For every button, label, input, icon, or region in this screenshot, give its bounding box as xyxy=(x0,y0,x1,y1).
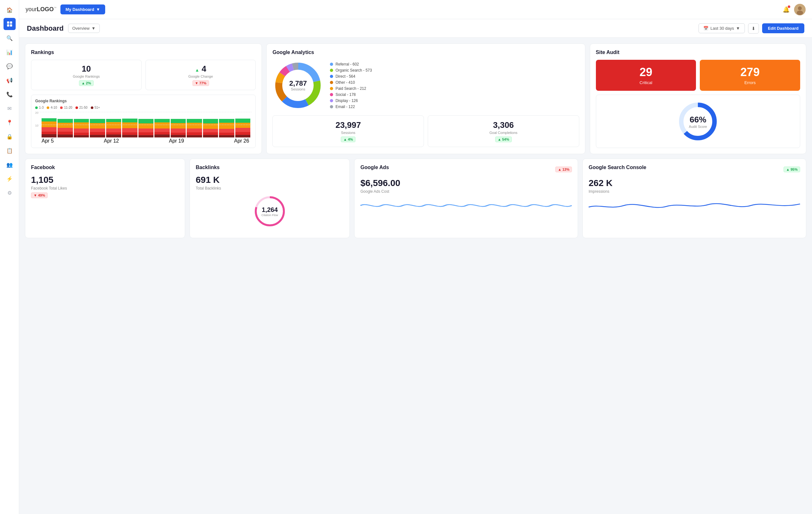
page-header-right: 📅 Last 30 days ▼ ⬇ Edit Dashboard xyxy=(698,23,804,34)
overview-label: Overview xyxy=(72,26,89,31)
analytics-donut-num: 2,787 xyxy=(289,80,307,87)
google-change-label: Google Change xyxy=(150,75,252,78)
notification-dot xyxy=(788,5,790,8)
score-donut: 66% Audit Score xyxy=(677,101,719,142)
google-change-stat: ▲ 4 Google Change ▼ 77% xyxy=(145,60,256,90)
google-ads-wave xyxy=(360,198,572,215)
analytics-donut-sub: Sessions xyxy=(289,87,307,91)
legend-1-3: 1-3 xyxy=(35,106,44,109)
citation-flow-donut-wrap: 1,264 Citation Flow xyxy=(196,191,344,232)
rankings-title: Rankings xyxy=(31,50,256,55)
logo: yourLOGO™ xyxy=(26,6,57,13)
audit-critical-num: 29 xyxy=(602,65,691,79)
backlinks-total-num: 691 K xyxy=(196,175,344,185)
backlinks-card: Backlinks 691 K Total Backlinks 1,264 Ci… xyxy=(190,159,350,238)
analytics-card: Google Analytics xyxy=(266,44,585,154)
google-ads-top: Google Ads ▲ 13% xyxy=(360,165,572,175)
x-label-apr19: Apr 19 xyxy=(169,138,184,144)
score-num: 66% xyxy=(689,114,707,124)
google-ads-cost: $6,596.00 xyxy=(360,178,572,188)
rankings-chart-title: Google Rankings xyxy=(35,99,252,103)
page-title: Dashboard xyxy=(27,24,64,33)
facebook-card: Facebook 1,105 Facebook Total Likes ▼ 49… xyxy=(25,159,185,238)
facebook-likes-num: 1,105 xyxy=(31,175,179,185)
site-audit-card: Site Audit 29 Critical 279 Errors xyxy=(590,44,806,154)
backlinks-total-label: Total Backlinks xyxy=(196,186,344,191)
sidebar-icon-lock[interactable]: 🔒 xyxy=(3,131,16,143)
google-change-num: ▲ 4 xyxy=(150,64,252,74)
legend-display: Display - 126 xyxy=(330,98,372,103)
goals-stat: 3,306 Goal Completions ▲ 54% xyxy=(428,115,579,147)
avatar[interactable] xyxy=(794,4,806,15)
google-rankings-num: 10 xyxy=(35,64,138,74)
my-dashboard-button[interactable]: My Dashboard ▼ xyxy=(60,4,105,15)
legend-51plus: 51+ xyxy=(91,106,100,109)
page-header-left: Dashboard Overview ▼ xyxy=(27,24,100,33)
page-header: Dashboard Overview ▼ 📅 Last 30 days ▼ ⬇ … xyxy=(19,19,812,38)
sidebar-icon-settings[interactable]: ⚙ xyxy=(3,187,16,199)
top-nav: yourLOGO™ My Dashboard ▼ 🔔 xyxy=(19,0,812,19)
sidebar-icon-search[interactable]: 🔍 xyxy=(3,32,16,44)
rankings-chart-section: Google Rankings 1-3 4-10 11-20 21-50 51+ xyxy=(31,95,256,148)
audit-critical: 29 Critical xyxy=(596,60,696,91)
score-center: 66% Audit Score xyxy=(689,114,707,128)
analytics-donut-row: 2,787 Sessions Referral - 602 Organic Se… xyxy=(272,60,579,111)
sidebar-icon-reports[interactable]: 📋 xyxy=(3,144,16,156)
facebook-title: Facebook xyxy=(31,165,179,170)
sidebar-icon-home[interactable]: 🏠 xyxy=(3,4,16,16)
audit-errors-label: Errors xyxy=(705,80,794,85)
audit-score: 66% Audit Score xyxy=(596,95,800,148)
legend-referral: Referral - 602 xyxy=(330,62,372,66)
legend-email: Email - 122 xyxy=(330,105,372,109)
sidebar-icon-campaigns[interactable]: 📢 xyxy=(3,74,16,86)
google-ads-cost-label: Google Ads Cost xyxy=(360,189,572,194)
svg-rect-3 xyxy=(10,24,12,27)
sessions-label: Sessions xyxy=(277,131,419,135)
rankings-bar-chart xyxy=(35,112,252,138)
goals-num: 3,306 xyxy=(433,120,575,130)
overview-arrow-icon: ▼ xyxy=(91,26,95,31)
sidebar-icon-location[interactable]: 📍 xyxy=(3,116,16,128)
audit-top: 29 Critical 279 Errors xyxy=(596,60,800,91)
sidebar-icon-email[interactable]: ✉ xyxy=(3,102,16,114)
svg-rect-0 xyxy=(7,22,9,24)
sidebar-icon-integrations[interactable]: ⚡ xyxy=(3,173,16,185)
facebook-badge: ▼ 49% xyxy=(31,193,48,198)
sidebar-icon-analytics[interactable]: 📊 xyxy=(3,46,16,58)
dropdown-arrow-icon: ▼ xyxy=(96,7,100,12)
top-nav-left: yourLOGO™ My Dashboard ▼ xyxy=(26,4,105,15)
notification-bell-icon[interactable]: 🔔 xyxy=(783,6,790,13)
x-label-apr12: Apr 12 xyxy=(104,138,119,144)
x-label-apr26: Apr 26 xyxy=(234,138,249,144)
chart-x-labels: Apr 5 Apr 12 Apr 19 Apr 26 xyxy=(35,138,252,144)
svg-rect-1 xyxy=(10,22,12,24)
google-ads-card: Google Ads ▲ 13% $6,596.00 Google Ads Co… xyxy=(354,159,578,238)
logo-tm: ™ xyxy=(54,6,57,9)
overview-button[interactable]: Overview ▼ xyxy=(68,24,100,33)
google-rankings-label: Google Rankings xyxy=(35,75,138,78)
google-change-value: 4 xyxy=(202,64,206,74)
sidebar-icon-chat[interactable]: 💬 xyxy=(3,60,16,72)
site-audit-title: Site Audit xyxy=(596,50,800,55)
sidebar-icon-dashboard[interactable] xyxy=(3,18,16,30)
edit-dashboard-button[interactable]: Edit Dashboard xyxy=(762,23,804,33)
x-label-apr5: Apr 5 xyxy=(41,138,54,144)
row-2: Facebook 1,105 Facebook Total Likes ▼ 49… xyxy=(25,159,806,238)
gsc-impressions-num: 262 K xyxy=(588,178,800,188)
legend-direct: Direct - 564 xyxy=(330,74,372,79)
legend-21-50: 21-50 xyxy=(76,106,88,109)
analytics-legend: Referral - 602 Organic Search - 573 Dire… xyxy=(330,62,372,109)
rankings-chart-legend: 1-3 4-10 11-20 21-50 51+ xyxy=(35,106,252,109)
download-button[interactable]: ⬇ xyxy=(748,23,759,34)
date-range-label: Last 30 days xyxy=(710,26,734,31)
google-ads-badge: ▲ 13% xyxy=(555,167,572,172)
sidebar-icon-phone[interactable]: 📞 xyxy=(3,88,16,101)
date-range-button[interactable]: 📅 Last 30 days ▼ xyxy=(698,23,745,33)
google-change-badge: ▼ 77% xyxy=(193,80,209,86)
facebook-likes-label: Facebook Total Likes xyxy=(31,186,179,191)
svg-point-5 xyxy=(798,6,802,10)
citation-flow-center: 1,264 Citation Flow xyxy=(261,206,278,217)
logo-text: your xyxy=(26,6,37,12)
sidebar-icon-users[interactable]: 👥 xyxy=(3,159,16,171)
google-rankings-stat: 10 Google Rankings ▲ 2% xyxy=(31,60,142,90)
